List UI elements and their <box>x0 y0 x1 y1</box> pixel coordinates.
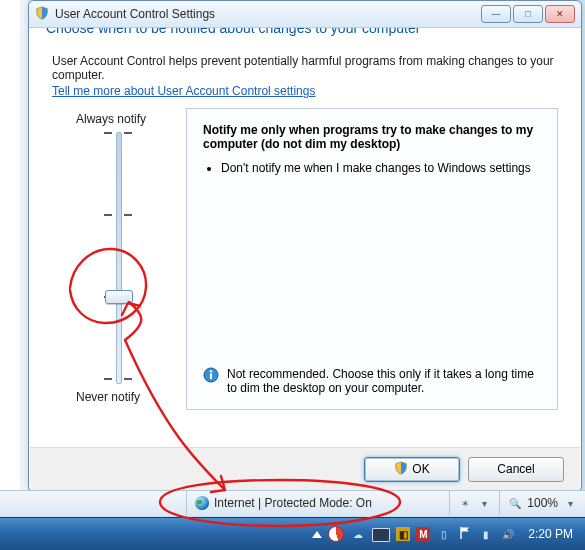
action-center-icon[interactable] <box>458 526 472 543</box>
client-area: Choose when to be notified about changes… <box>30 28 580 490</box>
internet-zone-icon <box>195 496 209 510</box>
titlebar[interactable]: User Account Control Settings — □ ✕ <box>29 1 581 28</box>
uac-slider[interactable] <box>78 132 158 382</box>
tray-battery-icon[interactable]: ▯ <box>436 526 452 542</box>
ok-button[interactable]: OK <box>364 457 460 482</box>
slider-label-top: Always notify <box>76 112 182 126</box>
close-button[interactable]: ✕ <box>545 5 575 23</box>
shield-icon <box>35 6 49 23</box>
button-row: OK Cancel <box>30 447 580 490</box>
slider-tick <box>104 378 112 380</box>
system-tray[interactable]: ☁ ◧ M ▯ ▮ 🔊 2:20 PM <box>312 526 585 543</box>
svg-point-1 <box>210 370 212 372</box>
slider-rail <box>116 132 122 384</box>
recommendation-text: Not recommended. Choose this only if it … <box>227 367 541 395</box>
description-text: User Account Control helps prevent poten… <box>30 46 580 84</box>
uac-settings-window: User Account Control Settings — □ ✕ Choo… <box>28 0 582 492</box>
info-icon <box>203 367 219 386</box>
chevron-down-icon: ▾ <box>477 496 491 510</box>
slider-tick <box>124 132 132 134</box>
level-title: Notify me only when programs try to make… <box>203 123 541 151</box>
zoom-segment[interactable]: 🔍 100% ▾ <box>499 491 585 515</box>
slider-tick <box>124 214 132 216</box>
svg-rect-2 <box>210 373 212 379</box>
ie-status-bar: Internet | Protected Mode: On ✶▾ 🔍 100% … <box>0 490 585 515</box>
level-bullet: Don't notify me when I make changes to W… <box>221 161 541 175</box>
background-window-edge2 <box>20 0 28 490</box>
zoom-value: 100% <box>527 496 558 510</box>
slider-tick <box>104 132 112 134</box>
tray-av-icon[interactable] <box>328 526 344 542</box>
maximize-button[interactable]: □ <box>513 5 543 23</box>
slider-label-bottom: Never notify <box>76 390 182 404</box>
cancel-button[interactable]: Cancel <box>468 457 564 482</box>
help-link[interactable]: Tell me more about User Account Control … <box>52 84 315 98</box>
minimize-button[interactable]: — <box>481 5 511 23</box>
window-title: User Account Control Settings <box>55 7 481 21</box>
slider-tick <box>104 214 112 216</box>
ok-button-label: OK <box>412 462 429 476</box>
tray-monitor-icon[interactable] <box>372 528 390 542</box>
tray-app-icon[interactable]: ◧ <box>396 527 410 541</box>
protected-mode-toggle[interactable]: ✶▾ <box>449 491 499 515</box>
background-window-edge <box>0 0 21 490</box>
tray-volume-icon[interactable]: 🔊 <box>500 526 516 542</box>
tray-onedrive-icon[interactable]: ☁ <box>350 526 366 542</box>
show-hidden-icons[interactable] <box>312 531 322 538</box>
tray-m-icon[interactable]: M <box>416 527 430 541</box>
slider-tick <box>124 378 132 380</box>
cancel-button-label: Cancel <box>497 462 534 476</box>
zoom-icon: 🔍 <box>508 496 522 510</box>
security-zone-segment[interactable]: Internet | Protected Mode: On <box>186 491 380 515</box>
page-heading-cut: Choose when to be notified about changes… <box>30 28 580 46</box>
tray-network-icon[interactable]: ▮ <box>478 526 494 542</box>
taskbar[interactable]: ☁ ◧ M ▯ ▮ 🔊 2:20 PM <box>0 517 585 550</box>
shield-icon <box>394 461 408 478</box>
level-description-panel: Notify me only when programs try to make… <box>186 108 558 410</box>
protected-mode-icon: ✶ <box>458 496 472 510</box>
chevron-down-icon: ▾ <box>563 496 577 510</box>
slider-thumb[interactable] <box>105 290 133 304</box>
taskbar-clock[interactable]: 2:20 PM <box>522 527 579 541</box>
zone-text: Internet | Protected Mode: On <box>214 496 372 510</box>
